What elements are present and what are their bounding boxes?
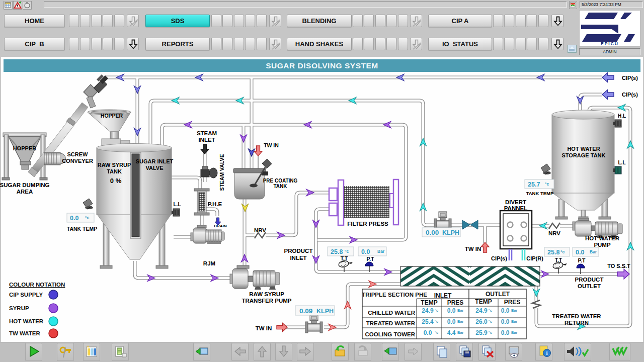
svg-text:0.0: 0.0	[361, 248, 370, 255]
svg-text:P.T: P.T	[367, 256, 375, 262]
svg-text:TW IN: TW IN	[264, 142, 279, 148]
svg-text:°c: °c	[435, 330, 438, 335]
svg-text:HOT WATER: HOT WATER	[585, 235, 620, 241]
svg-text:26.0: 26.0	[475, 318, 488, 325]
svg-text:TO S.S.T: TO S.S.T	[607, 263, 630, 269]
svg-text:TRANSFER PUMP: TRANSFER PUMP	[242, 298, 291, 304]
svg-text:EPICU: EPICU	[601, 41, 619, 46]
svg-text:PRODUCT: PRODUCT	[575, 277, 604, 283]
svg-text:TEMP: TEMP	[421, 299, 437, 306]
svg-text:°c: °c	[435, 319, 438, 324]
svg-text:Bar: Bar	[511, 308, 518, 313]
svg-text:Bar: Bar	[511, 330, 518, 335]
svg-text:SCREW: SCREW	[67, 151, 89, 157]
svg-text:TANK TEMP: TANK TEMP	[67, 226, 97, 232]
svg-text:SYRUP: SYRUP	[9, 305, 29, 311]
svg-text:INLET: INLET	[434, 292, 452, 299]
svg-text:24.9: 24.9	[422, 307, 434, 314]
svg-text:OUTLET: OUTLET	[578, 283, 601, 289]
svg-text:TW IN: TW IN	[256, 325, 272, 331]
svg-text:°c: °c	[489, 330, 492, 335]
svg-text:H.L: H.L	[618, 113, 626, 119]
svg-text:OUTLET: OUTLET	[486, 291, 510, 298]
svg-text:25.4: 25.4	[422, 318, 434, 325]
svg-text:HOPPER: HOPPER	[13, 145, 37, 151]
svg-text:COOLING TOWER: COOLING TOWER	[365, 331, 416, 337]
svg-text:PRES: PRES	[504, 299, 521, 306]
svg-text:0.0: 0.0	[501, 329, 510, 336]
svg-text:SUGAR DUMPING: SUGAR DUMPING	[0, 182, 50, 188]
svg-text:CIP(R): CIP(R)	[526, 255, 543, 261]
svg-text:AREA: AREA	[17, 189, 33, 195]
svg-text:4.4: 4.4	[447, 329, 456, 336]
svg-text:CIP(s): CIP(s)	[622, 92, 638, 98]
svg-text:L.L: L.L	[174, 202, 181, 207]
svg-text:SUGAR DISOLVING SYSTEM: SUGAR DISOLVING SYSTEM	[266, 61, 378, 70]
svg-text:CHILLED WATER: CHILLED WATER	[368, 310, 415, 316]
svg-text:DRAIN: DRAIN	[214, 224, 227, 228]
svg-text:0.00: 0.00	[426, 229, 439, 236]
svg-text:TANK: TANK	[273, 184, 287, 189]
svg-text:L.L: L.L	[618, 160, 626, 165]
svg-text:CIP(s): CIP(s)	[491, 255, 507, 261]
svg-text:P.H.E: P.H.E	[208, 201, 222, 207]
svg-text:Bar: Bar	[590, 249, 597, 254]
svg-text:Bar: Bar	[457, 330, 464, 335]
svg-text:0.0: 0.0	[447, 307, 456, 314]
svg-text:PANNEL: PANNEL	[504, 205, 527, 211]
svg-text:DIVERT: DIVERT	[505, 199, 526, 205]
svg-text:TRIPPLE SECTION PHE: TRIPPLE SECTION PHE	[362, 292, 427, 298]
svg-text:STEAM VALVE: STEAM VALVE	[219, 154, 225, 191]
svg-text:RETURN: RETURN	[565, 320, 589, 326]
svg-text:VALVE: VALVE	[145, 165, 163, 171]
svg-text:TREATED WATER: TREATED WATER	[552, 313, 601, 319]
svg-text:Bar: Bar	[377, 249, 385, 254]
svg-text:0.0: 0.0	[424, 329, 432, 336]
svg-text:TANK: TANK	[107, 168, 122, 174]
svg-text:0 %: 0 %	[110, 177, 122, 185]
svg-text:HOT WATER: HOT WATER	[9, 318, 44, 324]
svg-text:25.7: 25.7	[528, 181, 540, 188]
svg-text:CIP(s): CIP(s)	[622, 75, 638, 81]
svg-text:P.T: P.T	[578, 257, 586, 263]
svg-text:0.0: 0.0	[576, 249, 584, 256]
svg-text:RAW SYRUP: RAW SYRUP	[98, 162, 131, 168]
svg-text:PRES: PRES	[447, 299, 464, 306]
svg-text:STEAM: STEAM	[197, 130, 217, 136]
svg-text:KLPH: KLPH	[316, 308, 334, 315]
svg-text:0.0: 0.0	[447, 318, 456, 325]
svg-text:HOPPER: HOPPER	[101, 113, 123, 119]
svg-text:SUGAR INLET: SUGAR INLET	[136, 158, 174, 164]
svg-text:INLET: INLET	[198, 137, 215, 143]
svg-text:°c: °c	[545, 182, 549, 187]
svg-text:25.8: 25.8	[547, 249, 559, 256]
svg-text:i: i	[546, 350, 547, 356]
svg-text:0.09: 0.09	[299, 307, 312, 315]
svg-text:Bar: Bar	[457, 308, 464, 313]
svg-text:°c: °c	[560, 249, 565, 254]
svg-text:RAW SYRUP: RAW SYRUP	[249, 291, 284, 297]
svg-text:PRODUCT: PRODUCT	[284, 248, 313, 254]
svg-text:25.9: 25.9	[475, 329, 488, 336]
svg-text:°c: °c	[489, 308, 492, 313]
svg-text:RJM: RJM	[203, 260, 215, 266]
svg-text:INLET: INLET	[290, 255, 306, 261]
svg-text:0.0: 0.0	[70, 215, 78, 222]
svg-text:0.0: 0.0	[501, 307, 510, 314]
svg-text:25.8: 25.8	[331, 248, 343, 255]
svg-text:PUMP: PUMP	[594, 242, 611, 248]
svg-text:°c: °c	[85, 215, 89, 220]
svg-text:HOT WATER: HOT WATER	[567, 146, 600, 152]
svg-text:Bar: Bar	[457, 319, 464, 324]
svg-text:°c: °c	[345, 249, 349, 254]
svg-text:TANK TEMP: TANK TEMP	[526, 191, 554, 196]
svg-text:NRV: NRV	[254, 227, 266, 233]
svg-text:COLOUR NOTATION: COLOUR NOTATION	[9, 282, 65, 288]
svg-text:TW WATER: TW WATER	[9, 330, 40, 336]
svg-text:T.T: T.T	[555, 257, 562, 263]
svg-text:Bar: Bar	[511, 319, 518, 324]
svg-text:KLPH: KLPH	[442, 229, 459, 236]
svg-text:°c: °c	[435, 308, 438, 313]
svg-text:0.0: 0.0	[501, 318, 510, 325]
svg-text:CIP SUPPLY: CIP SUPPLY	[9, 292, 43, 298]
